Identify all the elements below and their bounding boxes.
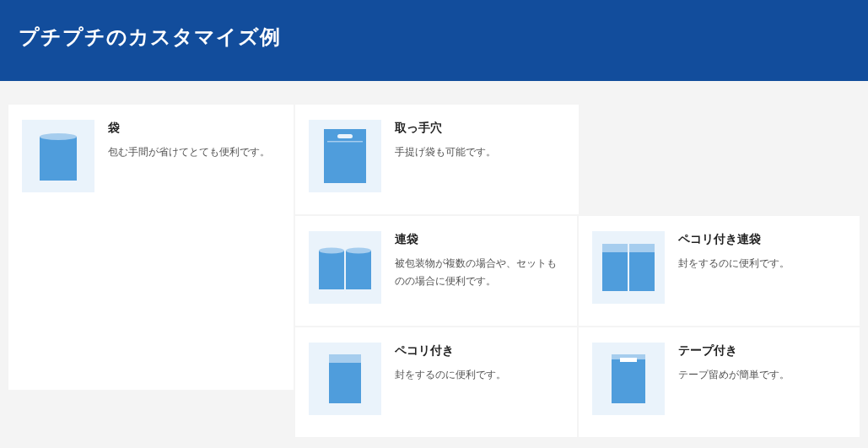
card-tape-desc: テープ留めが簡単です。 xyxy=(678,366,847,385)
card-multi-desc: 被包装物が複数の場合や、セットものの場合に便利です。 xyxy=(395,255,563,291)
card-multi: 連袋 被包装物が複数の場合や、セットものの場合に便利です。 xyxy=(295,216,577,326)
multi-icon xyxy=(319,246,371,289)
svg-rect-14 xyxy=(329,363,361,403)
card-grid: 袋 包む手間が省けてとても便利です。 xyxy=(8,105,860,437)
content: 袋 包む手間が省けてとても便利です。 xyxy=(0,81,868,437)
card-multi-flap-desc: 封をするのに便利です。 xyxy=(678,255,847,273)
thumb-multi-flap xyxy=(592,231,665,304)
bag-icon xyxy=(40,132,77,181)
column-right: 取っ手穴 手提げ袋も可能です。 xyxy=(295,105,860,437)
banner-title: プチプチのカスタマイズ例 xyxy=(19,25,281,48)
svg-rect-0 xyxy=(40,137,77,181)
svg-rect-11 xyxy=(629,244,655,252)
svg-rect-10 xyxy=(602,252,628,291)
svg-point-6 xyxy=(319,248,344,254)
svg-rect-7 xyxy=(346,251,371,289)
card-tape-text: テープ付き テープ留めが簡単です。 xyxy=(678,343,847,417)
thumb-multi xyxy=(309,231,381,304)
card-tape-title: テープ付き xyxy=(678,343,847,359)
svg-rect-5 xyxy=(319,251,344,289)
card-bag-desc: 包む手間が省けてとても便利です。 xyxy=(108,143,280,162)
card-multi-flap-title: ペコリ付き連袋 xyxy=(678,231,847,248)
card-tape: テープ付き テープ留めが簡単です。 xyxy=(579,327,860,437)
card-bag-text: 袋 包む手間が省けてとても便利です。 xyxy=(108,120,280,370)
card-bag: 袋 包む手間が省けてとても便利です。 xyxy=(8,105,294,390)
card-bag-title: 袋 xyxy=(108,120,280,137)
svg-point-8 xyxy=(346,248,371,254)
svg-rect-12 xyxy=(629,252,655,291)
svg-rect-13 xyxy=(329,354,361,363)
row-flap-tape: ペコリ付き 封をするのに便利です。 テープ付き テープ留めが簡 xyxy=(295,327,860,437)
card-handle-desc: 手提げ袋も可能です。 xyxy=(395,143,565,162)
card-flap-desc: 封をするのに便利です。 xyxy=(395,366,563,385)
card-handle-title: 取っ手穴 xyxy=(395,120,565,137)
row-multi: 連袋 被包装物が複数の場合や、セットものの場合に便利です。 xyxy=(295,216,860,326)
svg-rect-17 xyxy=(620,358,637,362)
flap-icon xyxy=(329,354,361,403)
card-handle-text: 取っ手穴 手提げ袋も可能です。 xyxy=(395,120,565,194)
card-multi-text: 連袋 被包装物が複数の場合や、セットものの場合に便利です。 xyxy=(395,231,563,305)
thumb-tape xyxy=(592,343,665,415)
row-handle: 取っ手穴 手提げ袋も可能です。 xyxy=(295,105,860,214)
handle-icon xyxy=(324,129,366,183)
multi-flap-icon xyxy=(602,244,655,291)
column-left: 袋 包む手間が省けてとても便利です。 xyxy=(8,105,294,437)
svg-rect-4 xyxy=(327,141,363,143)
svg-point-1 xyxy=(40,133,77,140)
card-multi-title: 連袋 xyxy=(395,231,563,248)
thumb-flap xyxy=(309,343,381,415)
thumb-bag xyxy=(22,120,94,192)
svg-rect-3 xyxy=(337,134,353,138)
thumb-handle xyxy=(309,120,381,192)
card-multi-flap-text: ペコリ付き連袋 封をするのに便利です。 xyxy=(678,231,847,305)
card-handle: 取っ手穴 手提げ袋も可能です。 xyxy=(295,105,579,214)
svg-rect-9 xyxy=(602,244,628,252)
card-multi-flap: ペコリ付き連袋 封をするのに便利です。 xyxy=(579,216,860,326)
banner: プチプチのカスタマイズ例 xyxy=(0,0,868,81)
tape-icon xyxy=(612,354,645,403)
card-flap-title: ペコリ付き xyxy=(395,343,563,359)
card-flap: ペコリ付き 封をするのに便利です。 xyxy=(295,327,577,437)
card-flap-text: ペコリ付き 封をするのに便利です。 xyxy=(395,343,563,417)
svg-rect-15 xyxy=(612,359,645,403)
